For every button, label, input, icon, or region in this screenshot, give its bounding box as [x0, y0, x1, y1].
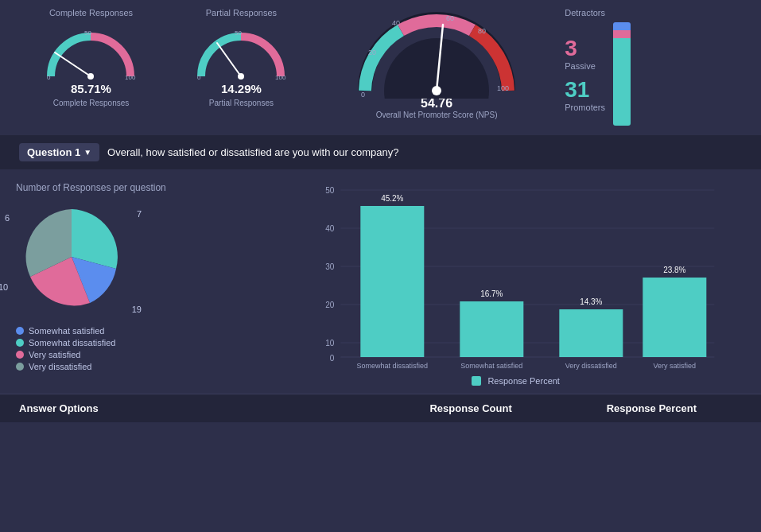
partial-responses-gauge: 0 50 100: [189, 21, 293, 80]
complete-responses-label: Complete Responses: [53, 99, 130, 107]
footer-bar: Answer Options Response Count Response P…: [0, 394, 761, 422]
legend-dot-somewhat-satisfied: [16, 327, 24, 335]
svg-point-4: [87, 73, 94, 80]
detractors-category: Detractors: [565, 8, 605, 17]
svg-text:50: 50: [84, 29, 91, 37]
legend-very-dissatisfied: Very dissatisfied: [16, 362, 270, 371]
complete-responses-title: Complete Responses: [49, 8, 133, 17]
svg-text:100: 100: [275, 74, 286, 80]
svg-line-8: [217, 43, 241, 76]
nps-score-label: Overall Net Promoter Score (NPS): [376, 111, 498, 119]
bar-somewhat-dissatisfied: [361, 206, 425, 357]
svg-text:0: 0: [361, 91, 365, 99]
footer-response-percent: Response Percent: [561, 402, 742, 414]
svg-text:30: 30: [326, 262, 336, 271]
svg-point-9: [238, 73, 244, 80]
svg-text:20: 20: [326, 301, 336, 309]
legend-label-very-dissatisfied: Very dissatisfied: [29, 362, 91, 371]
svg-text:Somewhat dissatisfied: Somewhat dissatisfied: [357, 362, 429, 370]
partial-responses-title: Partial Responses: [206, 8, 277, 17]
question-badge[interactable]: Question 1 ▼: [19, 143, 99, 161]
detractors-label: Detractors: [565, 8, 605, 17]
footer-answer-options: Answer Options: [19, 402, 381, 414]
svg-text:50: 50: [326, 186, 336, 195]
pie-label-6: 6: [5, 213, 10, 223]
pie-chart-svg: [16, 201, 127, 313]
bar-chart-area: 50 40 30 20 10 0 45.2% Somewhat dissatis…: [286, 182, 745, 373]
legend-label-somewhat-dissatisfied: Somewhat dissatisfied: [29, 338, 115, 348]
svg-text:16.7%: 16.7%: [481, 289, 503, 298]
chevron-down-icon: ▼: [83, 148, 91, 157]
bar-very-dissatisfied: [560, 309, 623, 357]
partial-responses-value: 14.29%: [221, 82, 262, 95]
question-badge-text: Question 1: [27, 146, 80, 158]
pie-label-10: 10: [0, 282, 8, 292]
bar-legend: Response Percent: [286, 376, 745, 386]
svg-text:Very dissatisfied: Very dissatisfied: [565, 362, 617, 370]
svg-text:40: 40: [326, 224, 336, 233]
bar-section: 50 40 30 20 10 0 45.2% Somewhat dissatis…: [286, 182, 745, 386]
detractors-value: 3: [565, 36, 605, 61]
pie-section: Number of Responses per question 7 6 10 …: [16, 182, 270, 386]
legend-dot-very-dissatisfied: [16, 363, 24, 371]
svg-text:50: 50: [235, 29, 242, 37]
svg-text:40: 40: [392, 19, 400, 27]
nps-right-panel: Detractors 3 Passive 31 Promoters: [557, 8, 745, 126]
legend-dot-somewhat-dissatisfied: [16, 339, 24, 347]
svg-text:100: 100: [497, 84, 509, 92]
question-text: Overall, how satisfied or dissatisfied a…: [107, 146, 398, 158]
svg-text:60: 60: [446, 14, 454, 22]
complete-responses-gauge: 0 50 100: [39, 21, 142, 80]
svg-point-18: [432, 86, 441, 95]
svg-text:Somewhat satisfied: Somewhat satisfied: [461, 362, 523, 370]
svg-text:100: 100: [125, 74, 136, 80]
partial-responses-label: Partial Responses: [209, 99, 274, 107]
bar-legend-dot: [472, 376, 481, 386]
svg-text:14.3%: 14.3%: [580, 297, 603, 306]
bar-very-satisfied: [643, 278, 707, 357]
legend-somewhat-dissatisfied: Somewhat dissatisfied: [16, 338, 270, 348]
nps-block: 0 20 40 60 80 100 54.76 Overall Net Prom…: [316, 8, 557, 119]
passive-label: Passive: [565, 61, 605, 71]
svg-text:80: 80: [478, 27, 486, 35]
svg-text:45.2%: 45.2%: [382, 194, 404, 203]
bar-chart-svg: 50 40 30 20 10 0 45.2% Somewhat dissatis…: [286, 182, 745, 373]
svg-text:20: 20: [368, 49, 376, 56]
svg-line-3: [55, 52, 91, 76]
nps-gauge: 0 20 40 60 80 100: [357, 11, 516, 95]
promoters-value: 31: [565, 77, 605, 103]
pie-legend: Somewhat satisfied Somewhat dissatisfied…: [16, 324, 270, 371]
question-bar: Question 1 ▼ Overall, how satisfied or d…: [0, 135, 761, 169]
pie-chart-title: Number of Responses per question: [16, 182, 270, 193]
partial-responses-block: Partial Responses 0 50 100 14.29% Partia…: [166, 8, 316, 107]
bar-legend-label: Response Percent: [487, 376, 560, 386]
top-metrics: Complete Responses 0 50 100 85.71% Compl…: [0, 0, 761, 134]
complete-responses-block: Complete Responses 0 50 100 85.71% Compl…: [16, 8, 166, 107]
pie-label-19: 19: [132, 305, 142, 314]
complete-responses-value: 85.71%: [71, 82, 111, 95]
charts-section: Number of Responses per question 7 6 10 …: [0, 169, 761, 394]
legend-label-very-satisfied: Very satisfied: [29, 350, 80, 359]
bar-somewhat-satisfied: [460, 301, 524, 357]
pie-label-7: 7: [137, 209, 142, 219]
svg-text:0: 0: [197, 74, 201, 80]
svg-text:23.8%: 23.8%: [664, 266, 686, 274]
legend-dot-very-satisfied: [16, 351, 24, 359]
svg-text:0: 0: [47, 74, 51, 80]
legend-somewhat-satisfied: Somewhat satisfied: [16, 326, 270, 336]
svg-text:0: 0: [330, 354, 335, 363]
svg-text:Very satisfied: Very satisfied: [654, 362, 697, 370]
footer-response-count: Response Count: [381, 402, 561, 414]
promoters-label: Promoters: [565, 103, 605, 112]
legend-very-satisfied: Very satisfied: [16, 350, 270, 359]
legend-label-somewhat-satisfied: Somewhat satisfied: [29, 326, 104, 336]
svg-text:10: 10: [326, 339, 336, 348]
